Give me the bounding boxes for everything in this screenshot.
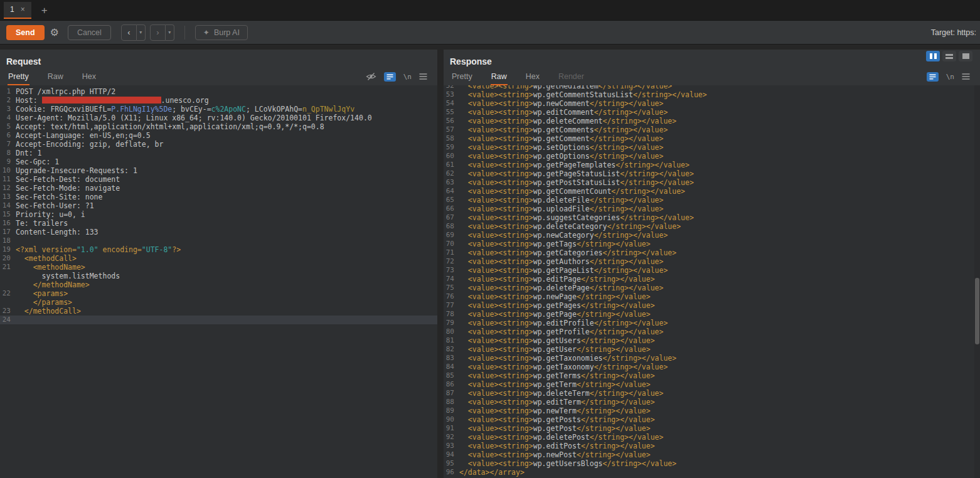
burp-ai-button[interactable]: ✦ Burp AI <box>195 25 248 40</box>
columns-layout-button[interactable] <box>926 51 940 61</box>
back-dropdown-button[interactable]: ▾ <box>137 24 146 41</box>
code-line: 2Host: .unesco.org <box>0 96 437 105</box>
line-number: 83 <box>444 354 459 363</box>
code-line: 77 <value><string>wp.getPages</string></… <box>444 301 980 310</box>
sparkle-icon: ✦ <box>203 28 210 37</box>
line-number: 91 <box>444 424 459 433</box>
hamburger-menu-icon[interactable] <box>419 73 427 80</box>
response-tab-raw[interactable]: Raw <box>491 68 508 85</box>
repeater-toolbar: Send ⚙ Cancel ‹ ▾ › ▾ ✦ Burp AI Target: … <box>0 21 980 45</box>
line-number: 12 <box>0 184 16 193</box>
line-number: 11 <box>0 175 16 184</box>
response-tab-hex[interactable]: Hex <box>525 68 540 85</box>
view-layout-buttons <box>926 51 972 61</box>
word-wrap-toggle-icon[interactable] <box>384 72 396 82</box>
code-line: 88 <value><string>wp.editTerm</string></… <box>444 398 980 406</box>
word-wrap-toggle-icon[interactable] <box>927 72 939 82</box>
code-line: 95 <value><string>wp.getUsersBlogs</stri… <box>444 459 980 468</box>
code-line: 92 <value><string>wp.deletePost</string>… <box>444 433 980 442</box>
show-newlines-toggle[interactable]: \n <box>946 73 954 81</box>
cancel-button[interactable]: Cancel <box>68 25 111 40</box>
code-line: 23 </methodCall> <box>0 307 437 316</box>
back-button[interactable]: ‹ <box>121 24 137 41</box>
line-number: 73 <box>444 266 459 275</box>
forward-dropdown-button[interactable]: ▾ <box>166 24 174 41</box>
code-line: 80 <value><string>wp.getProfile</string>… <box>444 327 980 336</box>
line-number: 16 <box>0 219 16 228</box>
scrollbar-thumb[interactable] <box>975 278 979 344</box>
code-line: 18 <box>0 236 437 245</box>
line-number: 18 <box>0 236 16 245</box>
single-pane-layout-button[interactable] <box>959 51 972 61</box>
code-line: 70 <value><string>wp.getTags</string></v… <box>444 240 980 248</box>
code-line: 9Sec-Gpc: 1 <box>0 157 437 166</box>
line-number: 1 <box>0 87 16 96</box>
code-line: 90 <value><string>wp.getPosts</string></… <box>444 415 980 424</box>
close-icon[interactable]: × <box>21 6 25 13</box>
line-number: 89 <box>444 406 459 415</box>
hamburger-menu-icon[interactable] <box>962 73 970 80</box>
line-number: 62 <box>444 169 459 178</box>
target-label: Target: https: <box>931 28 976 37</box>
gear-icon[interactable]: ⚙ <box>50 26 59 38</box>
code-line: 11Sec-Fetch-Dest: document <box>0 175 437 184</box>
line-number: 15 <box>0 210 16 219</box>
show-newlines-toggle[interactable]: \n <box>403 73 412 81</box>
response-editor[interactable]: 52 <value><string>wp.getMediaItem</strin… <box>444 85 980 478</box>
line-number: 68 <box>444 222 459 231</box>
request-tab-raw[interactable]: Raw <box>47 68 64 85</box>
line-number: 74 <box>444 275 459 284</box>
code-line: system.listMethods <box>0 272 437 280</box>
line-number: 8 <box>0 149 16 157</box>
code-line: 17Content-Length: 133 <box>0 228 437 236</box>
line-number: 65 <box>444 196 459 204</box>
line-number: 64 <box>444 187 459 196</box>
code-line: 56 <value><string>wp.deleteComment</stri… <box>444 117 980 125</box>
repeater-tab-1[interactable]: 1 × <box>4 2 31 19</box>
forward-button[interactable]: › <box>150 24 166 41</box>
line-number: 86 <box>444 380 459 389</box>
code-line: 65 <value><string>wp.deleteFile</string>… <box>444 196 980 204</box>
line-number: 63 <box>444 178 459 187</box>
toolbar-divider <box>184 26 185 40</box>
code-line: 21 <methodName> <box>0 263 437 272</box>
line-number: 14 <box>0 201 16 210</box>
line-number: 55 <box>444 108 459 117</box>
rows-layout-button[interactable] <box>942 51 956 61</box>
code-line: 19<?xml version="1.0" encoding="UTF-8"?> <box>0 245 437 254</box>
code-line: 84 <value><string>wp.getTaxonomy</string… <box>444 363 980 371</box>
line-number: 59 <box>444 143 459 152</box>
send-button[interactable]: Send <box>6 25 45 40</box>
code-line: 1POST /xmlrpc.php HTTP/2 <box>0 87 437 96</box>
line-number: 67 <box>444 213 459 222</box>
code-line: 58 <value><string>wp.getComment</string>… <box>444 134 980 143</box>
code-line: 55 <value><string>wp.editComment</string… <box>444 108 980 117</box>
line-number: 84 <box>444 363 459 371</box>
code-line: 5Accept: text/html,application/xhtml+xml… <box>0 122 437 131</box>
eye-slash-icon[interactable] <box>366 72 376 81</box>
request-editor[interactable]: 1POST /xmlrpc.php HTTP/22Host: .unesco.o… <box>0 85 437 478</box>
chevron-down-icon: ▾ <box>168 29 171 35</box>
code-line: 53 <value><string>wp.getCommentStatusLis… <box>444 90 980 99</box>
code-line: 62 <value><string>wp.getPageStatusList</… <box>444 169 980 178</box>
response-tab-pretty[interactable]: Pretty <box>451 68 473 85</box>
code-line: 96</data></array> <box>444 468 980 477</box>
line-number: 13 <box>0 193 16 201</box>
vertical-scrollbar[interactable] <box>974 85 980 478</box>
request-tab-hex[interactable]: Hex <box>82 68 97 85</box>
line-number: 19 <box>0 245 16 254</box>
code-line: 91 <value><string>wp.getPost</string></v… <box>444 424 980 433</box>
line-number: 6 <box>0 131 16 140</box>
response-tab-render[interactable]: Render <box>558 68 585 85</box>
code-line: 10Upgrade-Insecure-Requests: 1 <box>0 166 437 175</box>
chevron-left-icon: ‹ <box>127 28 130 37</box>
line-number: 22 <box>0 289 16 298</box>
code-line: 66 <value><string>wp.uploadFile</string>… <box>444 204 980 213</box>
code-line: 73 <value><string>wp.getPageList</string… <box>444 266 980 275</box>
line-number: 77 <box>444 301 459 310</box>
new-tab-button[interactable]: + <box>41 5 48 16</box>
code-line: 68 <value><string>wp.deleteCategory</str… <box>444 222 980 231</box>
code-line: 8Dnt: 1 <box>0 149 437 157</box>
history-nav-group: ‹ ▾ › ▾ <box>121 24 174 41</box>
request-tab-pretty[interactable]: Pretty <box>8 68 29 85</box>
